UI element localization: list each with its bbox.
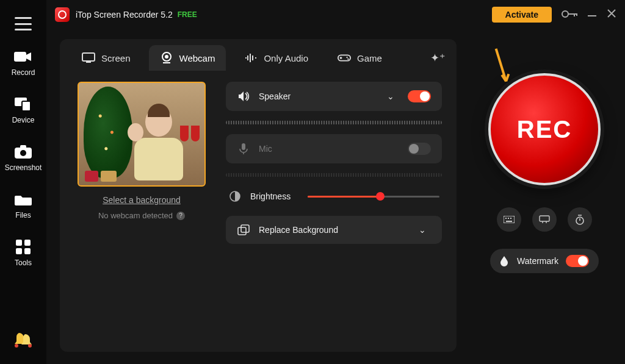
svg-rect-24 <box>242 143 245 150</box>
svg-rect-17 <box>82 53 95 61</box>
sidebar-item-screenshot[interactable]: Screenshot <box>5 144 42 172</box>
svg-rect-29 <box>505 218 507 219</box>
tab-label: Screen <box>101 53 131 63</box>
webcam-preview-column: Select a background No webcam detected ? <box>74 82 209 244</box>
record-panel: Screen Webcam Only Audio Game ✦⁺ <box>60 39 457 352</box>
activate-button[interactable]: Activate <box>492 7 552 23</box>
mic-control: Mic <box>226 134 442 163</box>
sidebar-item-label: Tools <box>15 259 32 267</box>
titlebar: iTop Screen Recorder 5.2 FREE Activate <box>46 0 625 29</box>
svg-rect-16 <box>588 15 596 16</box>
sidebar-item-tools[interactable]: Tools <box>13 239 34 267</box>
svg-point-11 <box>28 344 32 348</box>
layers-icon <box>237 224 250 235</box>
svg-rect-2 <box>22 101 31 111</box>
svg-rect-27 <box>241 225 249 232</box>
control-label: Replace Background <box>259 225 410 235</box>
svg-rect-31 <box>510 218 511 219</box>
gamepad-icon <box>338 52 351 63</box>
svg-point-20 <box>165 55 168 59</box>
app-title: iTop Screen Recorder 5.2 <box>76 10 173 20</box>
watermark-toggle[interactable] <box>566 255 589 267</box>
controls-column: Speaker ⌄ Mic Brightness <box>226 82 442 244</box>
speaker-toggle[interactable] <box>408 90 431 102</box>
brightness-icon <box>228 190 242 202</box>
svg-rect-30 <box>508 218 509 219</box>
svg-point-22 <box>346 57 347 58</box>
chevron-down-icon[interactable]: ⌄ <box>419 225 426 235</box>
tabs: Screen Webcam Only Audio Game ✦⁺ <box>60 39 457 71</box>
svg-rect-0 <box>14 52 26 62</box>
svg-rect-33 <box>540 216 549 221</box>
sidebar-item-label: Screenshot <box>5 163 42 172</box>
webcam-icon <box>160 52 173 63</box>
grid-icon <box>13 239 34 255</box>
svg-rect-32 <box>506 221 512 222</box>
svg-point-23 <box>347 59 349 60</box>
control-label: Brightness <box>250 191 291 201</box>
select-background-link[interactable]: Select a background <box>103 195 181 205</box>
svg-rect-14 <box>574 13 575 16</box>
audio-wave-icon <box>244 52 258 63</box>
whiteboard-button[interactable] <box>532 207 557 232</box>
tab-webcam[interactable]: Webcam <box>149 45 226 71</box>
svg-rect-8 <box>16 248 22 254</box>
watermark-label: Watermark <box>517 256 558 266</box>
svg-point-10 <box>15 344 18 348</box>
menu-icon[interactable] <box>15 17 32 30</box>
control-label: Mic <box>259 144 399 154</box>
sidebar-item-record[interactable]: Record <box>12 49 35 77</box>
folder-icon <box>13 191 34 207</box>
replace-background-control[interactable]: Replace Background ⌄ <box>226 216 442 244</box>
app-logo-icon <box>55 7 70 22</box>
mic-level-wave <box>226 173 442 177</box>
brightness-control: Brightness <box>226 187 442 206</box>
device-icon <box>13 96 34 112</box>
key-icon[interactable] <box>562 9 577 21</box>
sidebar-item-label: Record <box>12 68 35 77</box>
brightness-slider[interactable] <box>308 196 439 198</box>
sidebar-item-device[interactable]: Device <box>12 96 35 124</box>
camera-icon <box>13 144 34 160</box>
tab-label: Game <box>357 53 382 63</box>
main: iTop Screen Recorder 5.2 FREE Activate S… <box>46 0 625 364</box>
droplet-icon <box>500 255 510 266</box>
keyboard-button[interactable] <box>497 207 521 232</box>
tab-screen[interactable]: Screen <box>71 45 142 71</box>
svg-point-5 <box>20 150 26 156</box>
svg-rect-9 <box>24 248 31 254</box>
svg-point-12 <box>562 11 568 17</box>
tab-audio[interactable]: Only Audio <box>233 45 319 71</box>
sidebar: Record Device Screenshot Files Tools <box>0 0 46 364</box>
svg-rect-6 <box>16 240 22 246</box>
record-button[interactable]: REC <box>488 73 601 185</box>
speaker-level-wave <box>226 121 442 124</box>
tab-label: Only Audio <box>264 53 308 63</box>
tab-label: Webcam <box>179 53 215 63</box>
chevron-down-icon[interactable]: ⌄ <box>387 91 394 101</box>
bells-icon[interactable] <box>13 330 34 353</box>
no-webcam-text: No webcam detected ? <box>98 211 185 220</box>
control-label: Speaker <box>259 91 378 101</box>
timer-button[interactable] <box>568 207 592 232</box>
camcorder-icon <box>13 49 34 65</box>
svg-rect-18 <box>86 62 91 63</box>
sparkle-icon[interactable]: ✦⁺ <box>430 51 446 65</box>
svg-rect-4 <box>20 145 26 149</box>
sidebar-item-files[interactable]: Files <box>13 191 34 219</box>
free-badge: FREE <box>178 10 197 19</box>
webcam-preview[interactable] <box>78 82 206 187</box>
watermark-control: Watermark <box>490 249 599 273</box>
svg-rect-26 <box>238 227 246 235</box>
speaker-icon <box>237 91 250 102</box>
speaker-control: Speaker ⌄ <box>226 82 442 111</box>
mic-icon <box>237 143 250 155</box>
svg-rect-7 <box>24 240 31 246</box>
minimize-icon[interactable] <box>587 9 597 21</box>
record-label: REC <box>517 116 572 143</box>
close-icon[interactable] <box>607 9 616 21</box>
sidebar-item-label: Device <box>12 116 35 124</box>
tab-game[interactable]: Game <box>327 45 393 71</box>
mic-toggle[interactable] <box>408 143 431 155</box>
help-icon[interactable]: ? <box>176 212 185 220</box>
